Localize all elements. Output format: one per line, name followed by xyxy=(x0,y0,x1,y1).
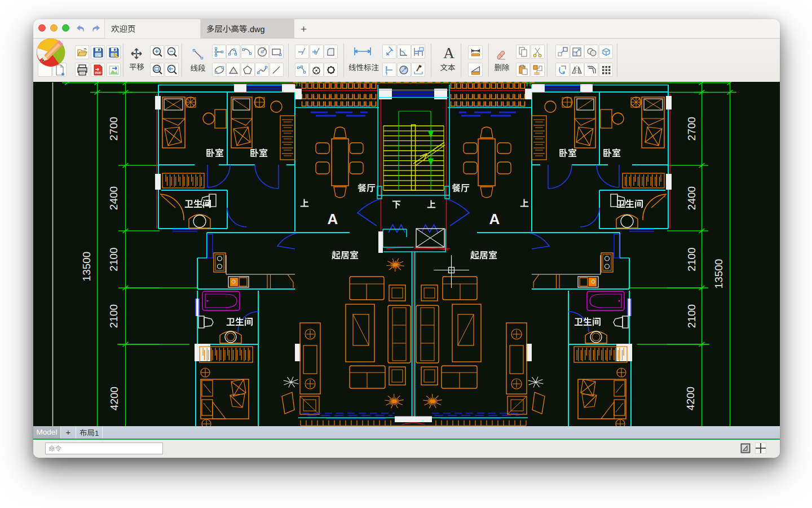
svg-text:2700: 2700 xyxy=(108,117,120,141)
svg-text:2400: 2400 xyxy=(108,186,120,210)
svg-text:2100: 2100 xyxy=(108,304,120,328)
svg-text:2700: 2700 xyxy=(686,117,698,141)
svg-text:2400: 2400 xyxy=(686,186,698,210)
svg-text:A: A xyxy=(328,211,338,227)
svg-text:y: y xyxy=(386,71,388,76)
svg-text:13500: 13500 xyxy=(81,252,92,282)
svg-text:13500: 13500 xyxy=(713,259,725,289)
svg-text:2100: 2100 xyxy=(686,304,698,328)
svg-text:x: x xyxy=(386,65,388,69)
svg-text:4200: 4200 xyxy=(108,387,120,410)
svg-text:A: A xyxy=(489,211,500,227)
svg-text:2100: 2100 xyxy=(686,247,698,271)
svg-text:4200: 4200 xyxy=(685,387,696,410)
svg-text:2100: 2100 xyxy=(108,247,120,271)
svg-text:PDF: PDF xyxy=(95,71,101,75)
